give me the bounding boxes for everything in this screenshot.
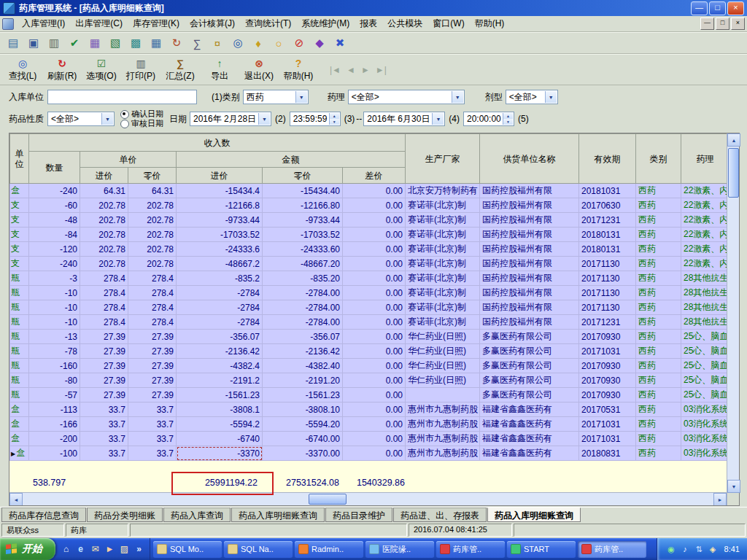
stop-icon[interactable]: ⊘ (290, 34, 309, 52)
col-header-amount[interactable]: 金额 (177, 152, 406, 168)
grid-cell[interactable]: 22激素、内 (681, 228, 727, 242)
grid-cell[interactable]: -3370 (177, 446, 263, 461)
grid-cell[interactable]: 瓶 (10, 344, 29, 359)
grid-cell[interactable]: -80 (29, 373, 80, 388)
grid-cell[interactable]: 赛诺菲(北京)制 (406, 300, 480, 315)
table-row[interactable]: 瓶-16027.3927.39-4382.4-4382.400.00华仁药业(日… (10, 359, 727, 373)
grid-cell[interactable]: 西药 (636, 198, 681, 213)
outlook-icon[interactable]: ✉ (89, 543, 101, 556)
grid-cell[interactable]: 33.7 (80, 432, 128, 446)
grid-cell[interactable]: 0.00 (343, 446, 406, 461)
excel-export-icon[interactable]: ▧ (106, 34, 125, 52)
vertical-scroll-thumb[interactable] (728, 148, 739, 198)
grid-cell[interactable]: -6740 (177, 432, 263, 446)
menu-item[interactable]: 库存管理(K) (128, 15, 185, 32)
grid-cell[interactable]: 25心、脑血 (681, 373, 727, 388)
grid-cell[interactable]: 多赢医药有限公司 (480, 373, 579, 388)
grid-cell[interactable]: 瓶 (10, 315, 29, 330)
grid-cell[interactable]: 国药控股福州有限 (480, 228, 579, 242)
grid-cell[interactable]: -15434.40 (263, 184, 343, 198)
col-header-purchase-amount[interactable]: 进价 (177, 168, 263, 184)
grid-cell[interactable]: -10 (29, 286, 80, 300)
grid-cell[interactable]: 西药 (636, 344, 681, 359)
minimize-button[interactable]: — (691, 1, 708, 15)
menu-item[interactable]: 查询统计(T) (240, 15, 296, 32)
grid-cell[interactable]: 64.31 (80, 184, 128, 198)
table-row[interactable]: 支-48202.78202.78-9733.44-9733.440.00赛诺菲(… (10, 213, 727, 228)
money-icon[interactable]: ¤ (208, 34, 227, 52)
table-row[interactable]: 支-84202.78202.78-17033.52-17033.520.00赛诺… (10, 228, 727, 242)
grid-cell[interactable]: 278.4 (80, 300, 128, 315)
table-row[interactable]: 瓶-1327.3927.39-356.07-356.070.00华仁药业(日照)… (10, 330, 727, 344)
grid-cell[interactable]: 西药 (636, 373, 681, 388)
menu-item[interactable]: 公共模块 (382, 15, 427, 32)
col-header-expiry[interactable]: 有效期 (579, 134, 636, 184)
grid-cell[interactable]: 202.78 (80, 242, 128, 257)
grid-cell[interactable]: 33.7 (128, 417, 177, 432)
grid-cell[interactable]: 国药控股福州有限 (480, 300, 579, 315)
grid-cell[interactable]: 20170630 (579, 198, 636, 213)
grid-cell[interactable]: 支 (10, 198, 29, 213)
grid-cell[interactable]: 27.39 (80, 330, 128, 344)
export-button[interactable]: ↑导出 (200, 55, 239, 84)
grid-cell[interactable]: 国药控股福州有限 (480, 286, 579, 300)
grid-cell[interactable]: 惠州市九惠制药股 (406, 432, 480, 446)
sql-monitor-window-button[interactable]: SQL Mo.. (153, 541, 222, 558)
scroll-down-icon[interactable]: ▼ (727, 480, 740, 493)
grid-cell[interactable]: 国药控股福州有限 (480, 198, 579, 213)
grid-cell[interactable]: 瓶 (10, 359, 29, 373)
menu-item[interactable]: 出库管理(C) (70, 15, 128, 32)
grid-cell[interactable]: 278.4 (128, 286, 177, 300)
grid-cell[interactable]: 33.7 (128, 432, 177, 446)
chevron-down-icon[interactable]: ▼ (101, 113, 113, 125)
grid-cell[interactable]: 278.4 (80, 315, 128, 330)
grid-cell[interactable]: 0.00 (343, 271, 406, 286)
grid-cell[interactable]: -160 (29, 359, 80, 373)
table-row[interactable]: 瓶-10278.4278.4-2784-2784.000.00赛诺菲(北京)制国… (10, 315, 727, 330)
show-desktop-icon[interactable]: ⌂ (60, 543, 72, 556)
grid-cell[interactable]: 0.00 (343, 198, 406, 213)
horizontal-scroll-thumb[interactable] (309, 494, 347, 505)
grid-cell[interactable]: -356.07 (263, 330, 343, 344)
grid-cell[interactable]: 25心、脑血 (681, 388, 727, 402)
grid-cell[interactable]: 202.78 (128, 257, 177, 271)
grid-cell[interactable]: -24333.60 (263, 242, 343, 257)
grid-cell[interactable]: 国药控股福州有限 (480, 257, 579, 271)
grid-cell[interactable]: 西药 (636, 286, 681, 300)
grid-cell[interactable]: -2784.00 (263, 300, 343, 315)
grid-cell[interactable]: 20170930 (579, 330, 636, 344)
table-row[interactable]: 盒-16633.733.7-5594.2-5594.200.00惠州市九惠制药股… (10, 417, 727, 432)
grid-cell[interactable]: 20171130 (579, 257, 636, 271)
menu-item[interactable]: 会计核算(J) (185, 15, 240, 32)
grid-cell[interactable]: 西药 (636, 330, 681, 344)
spinner-buttons[interactable]: ▲▼ (329, 113, 339, 125)
audit-check-icon[interactable]: ✔ (65, 34, 84, 52)
grid-cell[interactable]: 0.00 (343, 184, 406, 198)
menu-item[interactable]: 入库管理(I) (17, 15, 70, 32)
grid-cell[interactable]: 华仁药业(日照) (406, 330, 480, 344)
grid-cell[interactable]: 202.78 (80, 198, 128, 213)
grid-cell[interactable]: 西药 (636, 242, 681, 257)
grid-cell[interactable]: 20180831 (579, 446, 636, 461)
grid-cell[interactable]: -15434.4 (177, 184, 263, 198)
grid-cell[interactable]: 福建省鑫鑫医药有 (480, 402, 579, 417)
grid-cell[interactable]: 福建省鑫鑫医药有 (480, 432, 579, 446)
grid-cell[interactable]: -3808.1 (177, 402, 263, 417)
col-header-income[interactable]: 收入数 (29, 134, 406, 152)
grid-cell[interactable]: 国药控股福州有限 (480, 271, 579, 286)
grid-cell[interactable]: 西药 (636, 388, 681, 402)
col-header-unit-price[interactable]: 单价 (80, 152, 177, 168)
table-row[interactable]: 瓶-10278.4278.4-2784-2784.000.00赛诺菲(北京)制国… (10, 286, 727, 300)
grid-cell[interactable]: 西药 (636, 402, 681, 417)
exit-button[interactable]: ⊗退出(X) (239, 55, 279, 84)
grid-cell[interactable]: -13 (29, 330, 80, 344)
grid-cell[interactable]: 25心、脑血 (681, 330, 727, 344)
grid-cell[interactable]: 支 (10, 242, 29, 257)
grid-cell[interactable]: -9733.44 (177, 213, 263, 228)
scroll-left-icon[interactable]: ◄ (9, 493, 23, 505)
unit-input[interactable] (47, 90, 197, 104)
grid-cell[interactable]: 赛诺菲(北京)制 (406, 257, 480, 271)
table-row[interactable]: 支-240202.78202.78-48667.2-48667.200.00赛诺… (10, 257, 727, 271)
grid-cell[interactable]: -1561.23 (177, 388, 263, 402)
grid-cell[interactable]: 西药 (636, 315, 681, 330)
